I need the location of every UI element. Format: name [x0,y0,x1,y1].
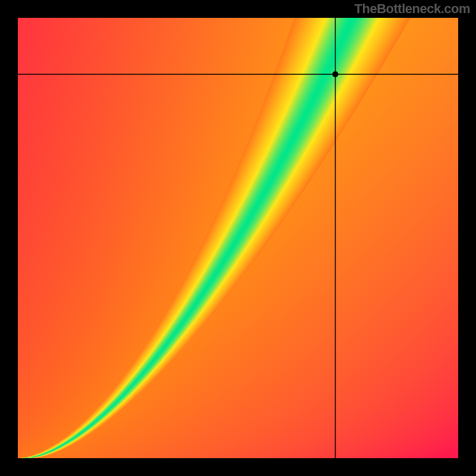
heatmap-chart [0,0,476,476]
watermark-text: TheBottleneck.com [355,1,470,17]
